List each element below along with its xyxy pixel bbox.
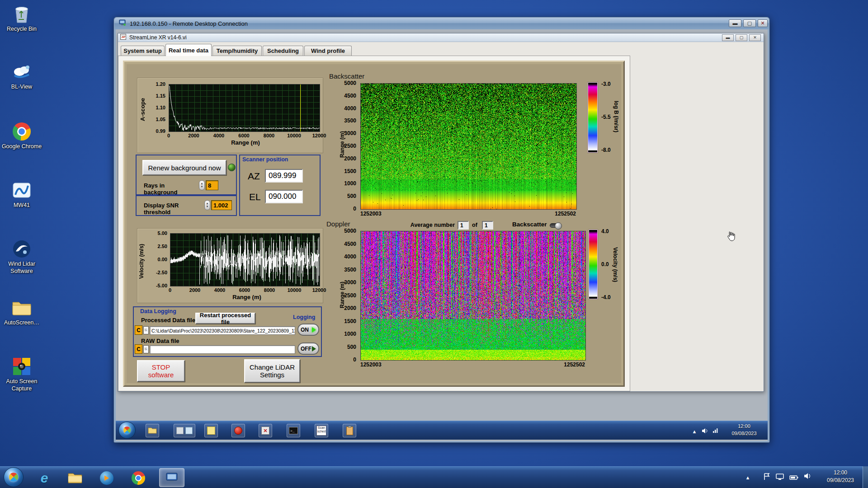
remote-tray-show-hidden-icon[interactable]: ▴: [691, 428, 698, 435]
raw-path-field[interactable]: [150, 345, 295, 354]
remote-quicklaunch-command-prompt[interactable]: >_: [287, 424, 300, 437]
rays-spinner[interactable]: ▲▼: [199, 180, 205, 190]
remote-quicklaunch-notes[interactable]: [204, 424, 218, 437]
snr-value-field[interactable]: 1.002: [211, 200, 232, 210]
taskbar-clock[interactable]: 12:00 09/08/2023: [819, 469, 862, 485]
remote-taskbar-clock[interactable]: 12:00 09/08/2023: [722, 423, 766, 437]
raw-drive-box[interactable]: C: [135, 344, 142, 354]
tick-label: 500: [347, 343, 356, 350]
app-titlebar[interactable]: StreamLine XR v14-6.vi: [118, 33, 764, 42]
doppler-x-labels: 1252003 1252502: [360, 361, 585, 369]
average-total-field[interactable]: 1: [482, 221, 493, 230]
auto-screen-capture-icon: [11, 356, 32, 377]
remote-tray-volume-icon[interactable]: [702, 427, 708, 436]
tab-real-time-data[interactable]: Real time data: [165, 44, 212, 56]
el-label: EL: [249, 192, 261, 202]
processed-path-field[interactable]: C:\Lidar\Data\Proc\2023\202308\20230809\…: [150, 326, 295, 335]
folder-icon: [11, 297, 32, 318]
app-close-button[interactable]: ✕: [749, 34, 761, 41]
desktop-icon-google-chrome[interactable]: Google Chrome: [1, 121, 42, 150]
tray-battery-icon[interactable]: [789, 474, 798, 482]
remote-quicklaunch-window-close-app[interactable]: ✕: [259, 424, 272, 437]
remote-quicklaunch-clipboard[interactable]: [343, 424, 356, 437]
remote-start-button[interactable]: [118, 422, 136, 439]
raw-path-browse-icon[interactable]: ⎘: [143, 345, 149, 353]
tray-display-icon[interactable]: [776, 474, 784, 482]
app-minimize-button[interactable]: ▬: [722, 34, 734, 41]
backscatter-toggle[interactable]: [550, 223, 561, 228]
tick-label: 5.00: [158, 230, 167, 236]
show-desktop-button[interactable]: [863, 466, 868, 488]
doppler-colorbar-label: Velocity (m/s): [610, 234, 618, 295]
rays-value-field[interactable]: 8: [206, 180, 218, 190]
az-label: AZ: [248, 171, 260, 182]
taskbar-media-player-icon[interactable]: [99, 470, 115, 486]
rdp-maximize-button[interactable]: ▢: [743, 19, 756, 27]
rdp-minimize-button[interactable]: ▬: [729, 19, 741, 27]
taskbar-internet-explorer-icon[interactable]: e: [36, 470, 52, 486]
tab-temp-humidity[interactable]: Temp/humidity: [212, 46, 262, 56]
backscatter-title: Backscatter: [329, 72, 364, 80]
desktop-icon-wind-lidar[interactable]: Wind Lidar Software: [1, 239, 42, 275]
raw-logging-off-button[interactable]: OFF: [297, 343, 319, 355]
windows-flag-icon: [123, 427, 131, 434]
tick-label: -8.0: [601, 147, 611, 153]
tray-volume-icon[interactable]: [804, 473, 811, 481]
rdp-titlebar[interactable]: 192.168.0.150 - Remote Desktop Connectio…: [114, 18, 769, 29]
processed-path-browse-icon[interactable]: ⎘: [143, 326, 149, 334]
taskbar-explorer-icon[interactable]: [67, 470, 83, 486]
tick-label: 6000: [238, 133, 249, 138]
desktop-icon-label: Recycle Bin: [1, 26, 42, 33]
on-label: ON: [301, 327, 309, 333]
wind-lidar-icon: [11, 239, 32, 259]
processed-logging-on-button[interactable]: ON: [297, 324, 319, 336]
tab-wind-profile[interactable]: Wind profile: [304, 46, 352, 56]
app-maximize-button[interactable]: ▢: [736, 34, 747, 41]
az-value-field[interactable]: 089.999: [265, 169, 303, 183]
rdp-app-icon: [119, 19, 126, 28]
snr-spinner[interactable]: ▲▼: [204, 200, 210, 210]
restart-processed-file-button[interactable]: Restart processed file: [195, 313, 255, 324]
tray-action-center-icon[interactable]: [763, 473, 770, 483]
doppler-y-axis-label: Range (m): [339, 266, 346, 324]
remote-tray-network-icon[interactable]: [712, 427, 719, 435]
desktop-icon-bl-view[interactable]: BL-View: [1, 61, 42, 91]
desktop-icon-mw41[interactable]: MW41: [1, 180, 42, 209]
tray-show-hidden-icon[interactable]: ▴: [744, 474, 751, 481]
desktop-icon-auto-screen-capture[interactable]: Auto Screen Capture: [1, 356, 42, 392]
tab-system-setup[interactable]: System setup: [121, 46, 165, 56]
backscatter-colorbar-label: log B (/m/sr): [611, 89, 619, 145]
remote-quicklaunch-grouped-apps[interactable]: [174, 424, 195, 437]
renew-background-button[interactable]: Renew background now: [142, 160, 226, 175]
tick-label: 2.50: [158, 244, 167, 249]
renew-background-led: [228, 164, 236, 171]
change-lidar-settings-button[interactable]: Change LiDAR Settings: [244, 359, 300, 383]
average-number-field[interactable]: 1: [458, 221, 469, 230]
doppler-plot: [360, 231, 586, 361]
tick-label: -4.0: [601, 294, 611, 300]
tick-label: 4000: [214, 287, 225, 293]
desktop-icon-autoscreen-folder[interactable]: AutoScreen…: [1, 297, 42, 327]
tick-label: -5.5: [601, 114, 611, 120]
tick-label: 4500: [344, 240, 356, 247]
processed-drive-box[interactable]: C: [135, 325, 142, 335]
desktop-icon-recycle-bin[interactable]: Recycle Bin: [1, 4, 42, 33]
clock-date: 09/08/2023: [819, 477, 862, 484]
change-button-line1: Change LiDAR: [250, 363, 295, 371]
start-button[interactable]: [4, 467, 24, 487]
tab-scheduling[interactable]: Scheduling: [263, 46, 303, 56]
toggle-knob[interactable]: [555, 222, 562, 230]
tick-label: 10000: [287, 133, 301, 138]
desktop-icon-label: BL-View: [1, 84, 42, 91]
tick-label: 0.0: [601, 261, 609, 267]
remote-quicklaunch-scan-scheduler[interactable]: Scan sched: [315, 424, 328, 437]
remote-quicklaunch-stop-app[interactable]: [231, 424, 245, 437]
el-value-field[interactable]: 090.000: [265, 190, 303, 203]
taskbar-chrome-icon[interactable]: [130, 470, 146, 486]
rdp-close-button[interactable]: ✕: [758, 19, 768, 27]
backscatter-x-start: 1252003: [360, 211, 382, 217]
stop-software-button[interactable]: STOP software: [137, 360, 185, 382]
tick-label: 4000: [213, 133, 224, 138]
taskbar-rdp-button[interactable]: [159, 468, 184, 487]
remote-quicklaunch-explorer[interactable]: [146, 424, 159, 437]
